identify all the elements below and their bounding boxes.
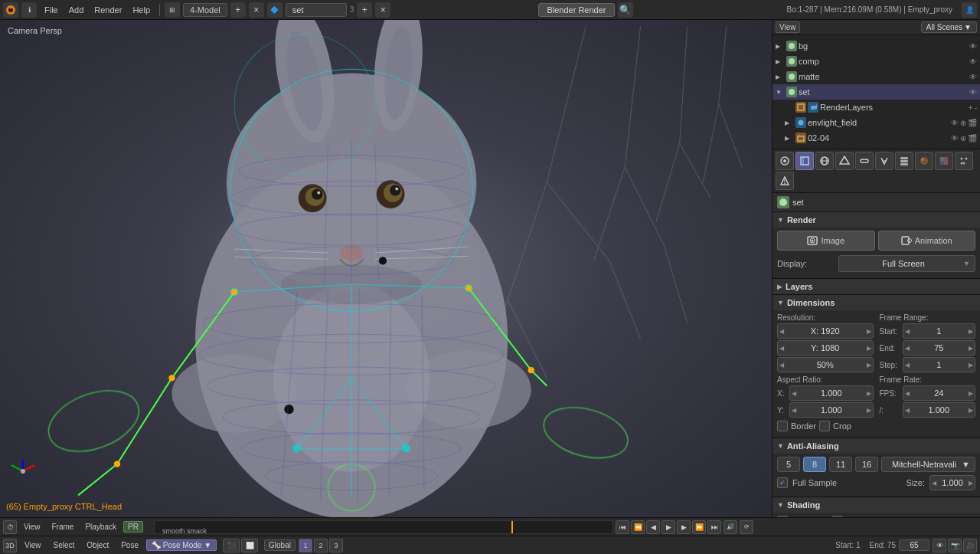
world-props-icon[interactable] <box>815 152 834 170</box>
ay-field[interactable]: ◀ 1.000 ▶ <box>789 402 874 418</box>
prev-frame-btn[interactable]: ◀ <box>646 520 660 534</box>
timeline-playback-btn[interactable]: Playback <box>80 521 121 533</box>
screen-layout-icon[interactable]: ⊞ <box>165 2 180 18</box>
next-frame-btn[interactable]: ▶ <box>677 520 691 534</box>
object-props-icon[interactable] <box>835 152 854 170</box>
scene-remove-btn[interactable]: × <box>375 2 390 18</box>
view-menu[interactable]: View <box>20 539 46 551</box>
scene-icon[interactable]: 🔷 <box>267 2 283 18</box>
3d-icon[interactable]: 3D <box>3 539 17 552</box>
sync-btn[interactable]: ⟳ <box>740 520 753 534</box>
cursor-icon-env[interactable]: ⊕ <box>960 119 966 127</box>
add-rl-icon[interactable]: + <box>969 103 973 112</box>
constraint-props-icon[interactable] <box>855 152 874 170</box>
eye-icon-set[interactable]: 👁 <box>969 88 977 97</box>
object-menu[interactable]: Object <box>82 539 113 551</box>
menu-add[interactable]: Add <box>64 4 89 16</box>
user-prefs-btn[interactable]: 👤 <box>962 2 977 18</box>
viewport[interactable]: Camera Persp (65) Empty_proxy CTRL_Head <box>0 20 772 517</box>
play-btn[interactable]: ▶ <box>662 520 675 534</box>
tree-item-set[interactable]: ▼ set 👁 <box>773 84 980 100</box>
raytracing-checkbox[interactable] <box>832 516 843 517</box>
cursor-icon-0204[interactable]: ⊕ <box>960 134 966 143</box>
step-field[interactable]: ◀ 1 ▶ <box>903 357 976 372</box>
textures-checkbox[interactable]: ✓ <box>777 516 788 517</box>
fps-field[interactable]: ◀ 24 ▶ <box>903 385 976 401</box>
dimensions-section-header[interactable]: ▼ Dimensions <box>773 294 980 310</box>
shading-section-header[interactable]: ▼ Shading <box>773 497 980 513</box>
jump-start-btn[interactable]: ⏮ <box>616 520 629 534</box>
eye-icon-0204[interactable]: 👁 <box>951 134 959 143</box>
ax-field[interactable]: ◀ 1.000 ▶ <box>789 385 874 401</box>
pr-btn[interactable]: PR <box>123 521 143 533</box>
animation-render-btn[interactable]: Animation <box>878 231 976 251</box>
render-engine-selector[interactable]: Blender Render <box>538 3 614 17</box>
percent-field[interactable]: ◀ 50% ▶ <box>777 357 874 372</box>
eye-icon-env[interactable]: 👁 <box>951 119 959 127</box>
prev-keyframe-btn[interactable]: ⏪ <box>631 520 645 534</box>
render-section-header[interactable]: ▼ Render <box>773 211 980 228</box>
aa-8-btn[interactable]: 8 <box>803 457 826 472</box>
pose-menu[interactable]: Pose <box>116 539 143 551</box>
texture-props-icon[interactable] <box>935 152 953 170</box>
tree-item-02-04[interactable]: ▶ 02-04 👁 ⊕ 🎬 <box>773 130 980 146</box>
view-btn[interactable]: View <box>776 21 800 33</box>
timeline-frame-btn[interactable]: Frame <box>47 521 79 533</box>
image-render-btn[interactable]: Image <box>777 231 875 251</box>
select-menu[interactable]: Select <box>49 539 80 551</box>
scene-add-btn[interactable]: + <box>357 2 372 18</box>
menu-help[interactable]: Help <box>128 4 155 16</box>
global-local-btn[interactable]: Global <box>264 539 296 551</box>
physics-props-icon[interactable] <box>776 172 794 190</box>
border-checkbox[interactable] <box>777 421 788 431</box>
blender-logo[interactable] <box>3 2 18 18</box>
overlay-btn-3[interactable]: 🎥 <box>963 539 977 552</box>
menu-render[interactable]: Render <box>90 4 126 16</box>
tree-item-bg[interactable]: ▶ bg 👁 <box>773 38 980 54</box>
y-res-field[interactable]: ◀ Y: 1080 ▶ <box>777 340 874 356</box>
add-screen-btn[interactable]: + <box>230 2 246 18</box>
wireframe-view-btn[interactable]: ⬜ <box>241 539 258 552</box>
timeline-ruler[interactable]: 0 5 10 15 20 25 30 35 40 45 50 smooth sm… <box>154 520 613 534</box>
remove-screen-btn[interactable]: × <box>249 2 264 18</box>
size-field[interactable]: ◀ 1.000 ▶ <box>929 475 975 490</box>
eye-icon-bg[interactable]: 👁 <box>969 42 977 51</box>
end-field[interactable]: ◀ 75 ▶ <box>903 340 976 356</box>
particle-props-icon[interactable] <box>955 152 973 170</box>
full-sample-checkbox[interactable]: ✓ <box>777 477 788 488</box>
remove-rl-icon[interactable]: - <box>975 103 977 112</box>
scene-selector[interactable]: set <box>286 3 347 17</box>
modifier-props-icon[interactable] <box>875 152 893 170</box>
tree-item-envlight[interactable]: ▶ envlight_field 👁 ⊕ 🎬 <box>773 115 980 130</box>
material-props-icon[interactable] <box>915 152 933 170</box>
display-dropdown[interactable]: Full Screen ▼ <box>838 255 975 272</box>
layers-section-header[interactable]: ▶ Layers <box>773 278 980 294</box>
info-icon[interactable]: ℹ <box>21 2 37 18</box>
tree-item-renderlayers[interactable]: RenderLayers + - <box>773 100 980 115</box>
next-keyframe-btn[interactable]: ⏩ <box>692 520 706 534</box>
render-props-icon[interactable] <box>776 152 794 170</box>
eye-icon-matte[interactable]: 👁 <box>969 73 977 81</box>
tree-item-comp[interactable]: ▶ comp 👁 <box>773 54 980 69</box>
tree-item-matte[interactable]: ▶ matte 👁 <box>773 69 980 84</box>
aa-11-btn[interactable]: 11 <box>829 457 852 472</box>
solid-view-btn[interactable]: ⬛ <box>223 539 240 552</box>
start-field[interactable]: ◀ 1 ▶ <box>903 323 976 339</box>
jump-end-btn[interactable]: ⏭ <box>707 520 721 534</box>
search-icon[interactable]: 🔍 <box>618 2 633 18</box>
aa-method-dropdown[interactable]: Mitchell-Netravali ▼ <box>881 457 975 472</box>
aa-section-header[interactable]: ▼ Anti-Aliasing <box>773 438 980 454</box>
crop-checkbox[interactable] <box>819 421 830 431</box>
render-icon-env[interactable]: 🎬 <box>968 119 977 127</box>
current-frame-field[interactable]: 65 <box>899 539 929 551</box>
menu-file[interactable]: File <box>40 4 63 16</box>
window-type-selector[interactable]: 4-Model <box>183 3 227 17</box>
audio-btn[interactable]: 🔊 <box>724 520 737 534</box>
layer-btn-1[interactable]: 1 <box>299 539 312 552</box>
aa-16-btn[interactable]: 16 <box>855 457 878 472</box>
timeline-view-icon[interactable]: ⏱ <box>3 520 17 534</box>
scene-props-icon[interactable] <box>795 152 814 170</box>
data-props-icon[interactable] <box>895 152 913 170</box>
eye-icon-comp[interactable]: 👁 <box>969 57 977 66</box>
render-icon-0204[interactable]: 🎬 <box>968 134 977 143</box>
